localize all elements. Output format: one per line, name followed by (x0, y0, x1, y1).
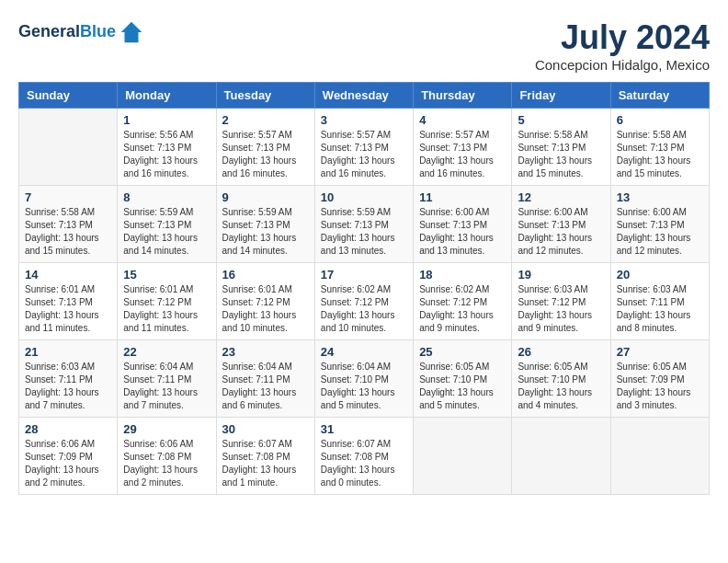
day-number: 13 (617, 190, 703, 204)
calendar-cell: 17Sunrise: 6:02 AMSunset: 7:12 PMDayligh… (314, 263, 413, 340)
month-title: July 2024 (535, 18, 710, 57)
calendar-cell (414, 418, 512, 495)
calendar-cell: 28Sunrise: 6:06 AMSunset: 7:09 PMDayligh… (19, 418, 118, 495)
day-number: 25 (419, 345, 506, 359)
calendar-cell: 15Sunrise: 6:01 AMSunset: 7:12 PMDayligh… (118, 263, 216, 340)
calendar-cell: 13Sunrise: 6:00 AMSunset: 7:13 PMDayligh… (610, 186, 709, 263)
calendar-cell: 2Sunrise: 5:57 AMSunset: 7:13 PMDaylight… (216, 109, 314, 186)
weekday-header: Sunday (19, 83, 118, 109)
location-title: Concepcion Hidalgo, Mexico (535, 57, 710, 73)
page-header: GeneralBlue July 2024 Concepcion Hidalgo… (18, 18, 710, 73)
day-info: Sunrise: 6:04 AMSunset: 7:11 PMDaylight:… (123, 361, 210, 412)
calendar-cell: 4Sunrise: 5:57 AMSunset: 7:13 PMDaylight… (414, 109, 512, 186)
day-info: Sunrise: 6:00 AMSunset: 7:13 PMDaylight:… (518, 206, 604, 258)
calendar-week-row: 21Sunrise: 6:03 AMSunset: 7:11 PMDayligh… (19, 340, 710, 418)
calendar-week-row: 28Sunrise: 6:06 AMSunset: 7:09 PMDayligh… (19, 418, 710, 495)
calendar-cell: 24Sunrise: 6:04 AMSunset: 7:10 PMDayligh… (314, 340, 413, 418)
calendar-header-row: SundayMondayTuesdayWednesdayThursdayFrid… (19, 83, 710, 109)
day-info: Sunrise: 5:57 AMSunset: 7:13 PMDaylight:… (222, 129, 309, 180)
day-number: 11 (419, 190, 506, 204)
day-info: Sunrise: 6:00 AMSunset: 7:13 PMDaylight:… (419, 206, 506, 258)
day-info: Sunrise: 5:56 AMSunset: 7:13 PMDaylight:… (123, 129, 210, 180)
calendar-cell: 8Sunrise: 5:59 AMSunset: 7:13 PMDaylight… (118, 186, 216, 263)
day-info: Sunrise: 6:05 AMSunset: 7:09 PMDaylight:… (617, 361, 703, 412)
day-number: 15 (123, 268, 210, 282)
day-info: Sunrise: 6:02 AMSunset: 7:12 PMDaylight:… (321, 283, 407, 335)
calendar-table: SundayMondayTuesdayWednesdayThursdayFrid… (18, 82, 710, 495)
day-info: Sunrise: 6:03 AMSunset: 7:11 PMDaylight:… (617, 283, 703, 335)
day-number: 6 (617, 113, 703, 127)
calendar-cell: 11Sunrise: 6:00 AMSunset: 7:13 PMDayligh… (414, 186, 512, 263)
day-number: 26 (518, 345, 604, 359)
day-info: Sunrise: 6:07 AMSunset: 7:08 PMDaylight:… (222, 438, 309, 489)
day-number: 3 (321, 113, 407, 127)
day-info: Sunrise: 6:06 AMSunset: 7:08 PMDaylight:… (123, 438, 210, 489)
day-info: Sunrise: 6:07 AMSunset: 7:08 PMDaylight:… (321, 438, 407, 489)
day-number: 4 (419, 113, 506, 127)
day-info: Sunrise: 6:01 AMSunset: 7:12 PMDaylight:… (222, 283, 309, 335)
logo-text: GeneralBlue (18, 22, 116, 42)
day-number: 20 (617, 268, 703, 282)
day-number: 19 (518, 268, 604, 282)
calendar-cell: 14Sunrise: 6:01 AMSunset: 7:13 PMDayligh… (19, 263, 118, 340)
calendar-cell: 10Sunrise: 5:59 AMSunset: 7:13 PMDayligh… (314, 186, 413, 263)
day-info: Sunrise: 6:05 AMSunset: 7:10 PMDaylight:… (518, 361, 604, 412)
day-number: 29 (123, 422, 210, 436)
day-number: 16 (222, 268, 309, 282)
day-number: 18 (419, 268, 506, 282)
day-info: Sunrise: 5:57 AMSunset: 7:13 PMDaylight:… (321, 129, 407, 180)
calendar-cell: 12Sunrise: 6:00 AMSunset: 7:13 PMDayligh… (512, 186, 610, 263)
day-number: 17 (321, 268, 407, 282)
weekday-header: Wednesday (314, 83, 413, 109)
day-number: 12 (518, 190, 604, 204)
calendar-cell: 30Sunrise: 6:07 AMSunset: 7:08 PMDayligh… (216, 418, 314, 495)
day-info: Sunrise: 5:59 AMSunset: 7:13 PMDaylight:… (222, 206, 309, 258)
logo-icon (118, 18, 145, 46)
weekday-header: Saturday (610, 83, 709, 109)
calendar-cell: 16Sunrise: 6:01 AMSunset: 7:12 PMDayligh… (216, 263, 314, 340)
calendar-cell (610, 418, 709, 495)
day-info: Sunrise: 6:01 AMSunset: 7:13 PMDaylight:… (25, 283, 111, 335)
calendar-week-row: 1Sunrise: 5:56 AMSunset: 7:13 PMDaylight… (19, 109, 710, 186)
day-info: Sunrise: 5:59 AMSunset: 7:13 PMDaylight:… (123, 206, 210, 258)
weekday-header: Friday (512, 83, 610, 109)
day-info: Sunrise: 6:03 AMSunset: 7:11 PMDaylight:… (25, 361, 111, 412)
calendar-cell (19, 109, 118, 186)
calendar-week-row: 14Sunrise: 6:01 AMSunset: 7:13 PMDayligh… (19, 263, 710, 340)
calendar-cell: 20Sunrise: 6:03 AMSunset: 7:11 PMDayligh… (610, 263, 709, 340)
day-number: 9 (222, 190, 309, 204)
calendar-cell: 1Sunrise: 5:56 AMSunset: 7:13 PMDaylight… (118, 109, 216, 186)
weekday-header: Monday (118, 83, 216, 109)
day-info: Sunrise: 6:02 AMSunset: 7:12 PMDaylight:… (419, 283, 506, 335)
calendar-cell: 7Sunrise: 5:58 AMSunset: 7:13 PMDaylight… (19, 186, 118, 263)
day-info: Sunrise: 5:58 AMSunset: 7:13 PMDaylight:… (25, 206, 111, 258)
calendar-cell: 31Sunrise: 6:07 AMSunset: 7:08 PMDayligh… (314, 418, 413, 495)
day-number: 7 (25, 190, 111, 204)
calendar-cell: 26Sunrise: 6:05 AMSunset: 7:10 PMDayligh… (512, 340, 610, 418)
calendar-cell: 5Sunrise: 5:58 AMSunset: 7:13 PMDaylight… (512, 109, 610, 186)
day-info: Sunrise: 5:59 AMSunset: 7:13 PMDaylight:… (321, 206, 407, 258)
weekday-header: Thursday (414, 83, 512, 109)
day-number: 21 (25, 345, 111, 359)
day-info: Sunrise: 5:57 AMSunset: 7:13 PMDaylight:… (419, 129, 506, 180)
day-info: Sunrise: 6:01 AMSunset: 7:12 PMDaylight:… (123, 283, 210, 335)
calendar-week-row: 7Sunrise: 5:58 AMSunset: 7:13 PMDaylight… (19, 186, 710, 263)
day-number: 30 (222, 422, 309, 436)
calendar-cell: 19Sunrise: 6:03 AMSunset: 7:12 PMDayligh… (512, 263, 610, 340)
calendar-cell: 22Sunrise: 6:04 AMSunset: 7:11 PMDayligh… (118, 340, 216, 418)
calendar-cell: 25Sunrise: 6:05 AMSunset: 7:10 PMDayligh… (414, 340, 512, 418)
day-info: Sunrise: 5:58 AMSunset: 7:13 PMDaylight:… (518, 129, 604, 180)
day-number: 31 (321, 422, 407, 436)
svg-marker-0 (121, 22, 142, 43)
calendar-cell: 3Sunrise: 5:57 AMSunset: 7:13 PMDaylight… (314, 109, 413, 186)
day-number: 27 (617, 345, 703, 359)
calendar-cell: 9Sunrise: 5:59 AMSunset: 7:13 PMDaylight… (216, 186, 314, 263)
day-number: 24 (321, 345, 407, 359)
calendar-cell: 6Sunrise: 5:58 AMSunset: 7:13 PMDaylight… (610, 109, 709, 186)
weekday-header: Tuesday (216, 83, 314, 109)
day-info: Sunrise: 6:04 AMSunset: 7:11 PMDaylight:… (222, 361, 309, 412)
day-number: 22 (123, 345, 210, 359)
calendar-cell: 29Sunrise: 6:06 AMSunset: 7:08 PMDayligh… (118, 418, 216, 495)
calendar-cell: 27Sunrise: 6:05 AMSunset: 7:09 PMDayligh… (610, 340, 709, 418)
day-number: 8 (123, 190, 210, 204)
